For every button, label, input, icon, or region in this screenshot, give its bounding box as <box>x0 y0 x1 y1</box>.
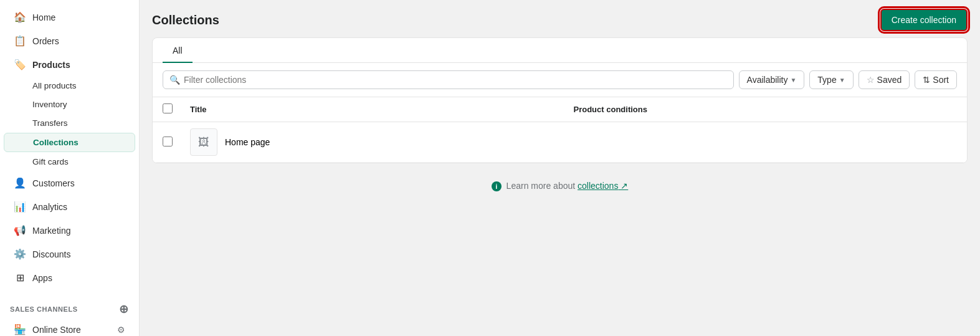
search-icon: 🔍 <box>169 75 180 85</box>
star-icon: ☆ <box>867 75 875 85</box>
analytics-icon: 📊 <box>14 201 26 213</box>
sales-channels-label: SALES CHANNELS <box>10 305 78 313</box>
sidebar-item-analytics[interactable]: 📊 Analytics <box>4 195 135 218</box>
select-all-checkbox[interactable] <box>163 103 173 113</box>
apps-icon: ⊞ <box>14 272 26 284</box>
marketing-icon: 📢 <box>14 224 26 236</box>
sidebar-item-discounts-label: Discounts <box>32 249 70 259</box>
type-chevron-icon: ▼ <box>839 77 845 84</box>
inventory-label: Inventory <box>32 100 67 109</box>
sidebar: 🏠 Home 📋 Orders 🏷️ Products All products… <box>0 0 140 336</box>
learn-more-section: i Learn more about collections ↗ <box>152 163 968 209</box>
type-label: Type <box>817 75 836 85</box>
sales-channels-section: SALES CHANNELS ⊕ <box>0 295 139 317</box>
search-box: 🔍 <box>163 70 734 89</box>
collections-card: All 🔍 Availability ▼ Type ▼ ☆ <box>152 37 968 163</box>
product-conditions-column-header: Product conditions <box>574 105 958 114</box>
row-checkbox-cell <box>163 137 190 148</box>
filter-bar: 🔍 Availability ▼ Type ▼ ☆ Saved ⇅ So <box>153 63 967 97</box>
sidebar-item-analytics-label: Analytics <box>32 202 67 212</box>
sidebar-item-transfers[interactable]: Transfers <box>4 114 135 132</box>
availability-label: Availability <box>747 75 788 85</box>
sidebar-item-discounts[interactable]: ⚙️ Discounts <box>4 242 135 266</box>
home-icon: 🏠 <box>14 11 26 23</box>
sidebar-item-customers[interactable]: 👤 Customers <box>4 171 135 194</box>
sidebar-item-products[interactable]: 🏷️ Products <box>4 53 135 76</box>
sidebar-item-products-label: Products <box>32 60 70 70</box>
sidebar-item-gift-cards[interactable]: Gift cards <box>4 153 135 171</box>
topbar: Collections Create collection <box>140 0 980 37</box>
page-title: Collections <box>152 13 219 27</box>
online-store-label: Online Store <box>32 325 81 335</box>
learn-more-text: Learn more about <box>507 181 578 191</box>
sidebar-item-customers-label: Customers <box>32 178 75 188</box>
tab-bar: All <box>153 38 967 63</box>
header-checkbox-cell <box>163 103 190 115</box>
sidebar-item-home[interactable]: 🏠 Home <box>4 6 135 29</box>
row-checkbox[interactable] <box>163 137 173 146</box>
sidebar-item-all-products[interactable]: All products <box>4 77 135 95</box>
all-products-label: All products <box>32 81 77 90</box>
discounts-icon: ⚙️ <box>14 248 26 260</box>
customers-icon: 👤 <box>14 177 26 189</box>
sidebar-item-home-label: Home <box>32 12 55 22</box>
sort-label: Sort <box>933 75 949 85</box>
online-store-icon: 🏪 <box>14 324 26 335</box>
search-input[interactable] <box>184 75 727 85</box>
sidebar-item-inventory[interactable]: Inventory <box>4 95 135 113</box>
products-icon: 🏷️ <box>14 59 26 70</box>
transfers-label: Transfers <box>32 118 68 128</box>
sort-icon: ⇅ <box>923 75 930 85</box>
info-icon: i <box>492 181 502 191</box>
online-store-settings-icon[interactable]: ⚙ <box>117 325 125 335</box>
sidebar-item-apps[interactable]: ⊞ Apps <box>4 266 135 289</box>
collection-title: Home page <box>225 137 270 147</box>
saved-button[interactable]: ☆ Saved <box>859 70 910 89</box>
collections-label: Collections <box>33 138 78 147</box>
sidebar-item-marketing-label: Marketing <box>32 226 70 236</box>
create-collection-button[interactable]: Create collection <box>880 9 968 31</box>
tab-all-label: All <box>173 46 183 55</box>
tab-all[interactable]: All <box>163 38 193 63</box>
sidebar-item-collections[interactable]: Collections <box>4 133 135 152</box>
row-title-cell: 🖼 Home page <box>190 128 574 156</box>
orders-icon: 📋 <box>14 35 26 47</box>
sidebar-item-orders[interactable]: 📋 Orders <box>4 29 135 52</box>
sidebar-item-marketing[interactable]: 📢 Marketing <box>4 219 135 242</box>
availability-filter-button[interactable]: Availability ▼ <box>739 70 805 89</box>
collection-thumbnail: 🖼 <box>190 128 217 156</box>
availability-chevron-icon: ▼ <box>790 77 796 84</box>
sidebar-item-online-store[interactable]: 🏪 Online Store ⚙ <box>4 318 135 336</box>
main-content: Collections Create collection All 🔍 Avai… <box>140 0 980 336</box>
collections-link[interactable]: collections ↗ <box>578 181 628 191</box>
table-header: Title Product conditions <box>153 97 967 122</box>
sidebar-item-apps-label: Apps <box>32 273 52 283</box>
add-sales-channel-button[interactable]: ⊕ <box>119 304 129 315</box>
title-column-header: Title <box>190 105 574 114</box>
gift-cards-label: Gift cards <box>32 157 69 166</box>
type-filter-button[interactable]: Type ▼ <box>809 70 853 89</box>
content-area: All 🔍 Availability ▼ Type ▼ ☆ <box>140 37 980 336</box>
sidebar-item-orders-label: Orders <box>32 36 59 46</box>
table-row[interactable]: 🖼 Home page <box>153 122 967 163</box>
sort-button[interactable]: ⇅ Sort <box>915 70 957 89</box>
saved-label: Saved <box>877 75 902 85</box>
